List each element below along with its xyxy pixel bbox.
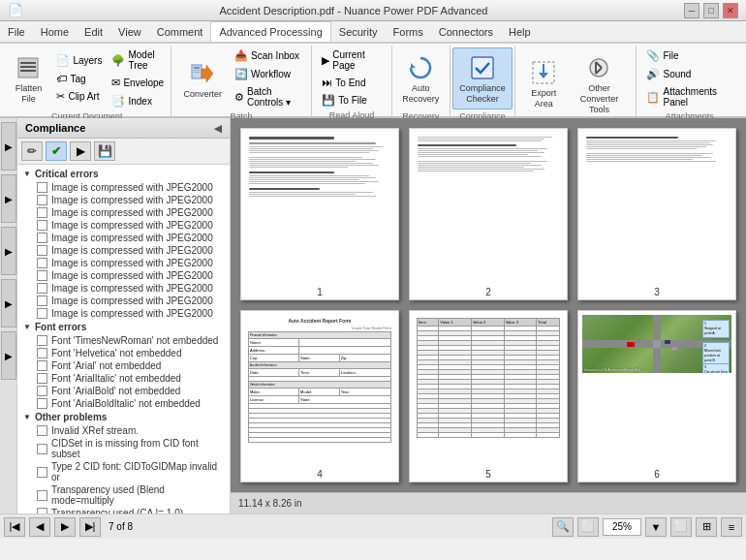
tag-button[interactable]: 🏷 Tag	[52, 71, 106, 86]
pdf-page-3[interactable]: 3	[577, 128, 736, 300]
last-page-button[interactable]: ▶|	[79, 517, 101, 537]
next-page-button[interactable]: ▶	[54, 517, 76, 537]
checkbox[interactable]	[37, 245, 47, 256]
checkbox[interactable]	[37, 283, 47, 294]
list-item: Font 'ArialBold' not embedded	[17, 385, 230, 397]
list-item: Image is compressed with JPEG2000	[17, 206, 230, 219]
checkbox[interactable]	[37, 508, 47, 513]
icon-strip-btn-3[interactable]: ▶	[1, 227, 16, 275]
checkbox[interactable]	[37, 258, 47, 268]
auto-recovery-button[interactable]: AutoRecovery	[395, 47, 446, 109]
compliance-tool-check[interactable]: ✔	[46, 141, 67, 161]
checkbox[interactable]	[37, 360, 47, 371]
checkbox[interactable]	[37, 373, 47, 384]
menu-advanced-processing[interactable]: Advanced Processing	[210, 21, 330, 42]
menu-connectors[interactable]: Connectors	[431, 21, 501, 42]
current-page-button[interactable]: ▶ Current Page	[318, 47, 386, 73]
sidebar-collapse-button[interactable]: ◀	[214, 123, 222, 134]
checkbox[interactable]	[37, 467, 47, 478]
checkbox[interactable]	[37, 207, 47, 218]
list-item: Font 'ArialBoldItalic' not embedded	[17, 397, 230, 410]
maximize-button[interactable]: □	[703, 3, 719, 18]
sound-button[interactable]: 🔊 Sound	[642, 66, 695, 82]
zoom-out-button[interactable]: 🔍	[552, 517, 574, 537]
zoom-to-fit-button[interactable]: ⬜	[577, 517, 599, 537]
menu-view[interactable]: View	[110, 21, 149, 42]
pdf-page-4[interactable]: Auto Accident Report Form Insert Your Na…	[240, 310, 399, 482]
zoom-in-button[interactable]: ▼	[645, 517, 667, 537]
checkbox[interactable]	[37, 270, 47, 281]
file-attachment-button[interactable]: 📎 File	[642, 47, 682, 64]
icon-strip-btn-4[interactable]: ▶	[1, 279, 16, 327]
checkbox[interactable]	[37, 386, 47, 396]
minimize-button[interactable]: ─	[684, 3, 699, 18]
list-item: Image is compressed with JPEG2000	[17, 269, 230, 282]
model-tree-button[interactable]: 🌳 Model Tree	[108, 47, 168, 73]
menu-file[interactable]: File	[0, 21, 33, 42]
checkbox[interactable]	[37, 308, 47, 319]
layers-button[interactable]: 📄 Layers	[52, 52, 106, 69]
view-mode-button-2[interactable]: ⊞	[696, 517, 717, 537]
pdf-pages-grid[interactable]: 1	[231, 118, 746, 492]
pdf-page-6[interactable]: 1 Stopped at point A. 2 Moved into posit…	[577, 310, 736, 482]
page-2-number: 2	[485, 285, 491, 299]
list-item: Font 'Helvetica' not embedded	[17, 347, 230, 359]
first-page-button[interactable]: |◀	[4, 517, 25, 537]
compliance-tool-save[interactable]: 💾	[94, 141, 115, 161]
index-button[interactable]: 📑 Index	[108, 93, 168, 109]
menu-home[interactable]: Home	[33, 21, 77, 42]
checkbox[interactable]	[37, 195, 47, 205]
flatten-file-button[interactable]: FlattenFile	[6, 47, 50, 109]
pdf-page-5[interactable]: ItemValue 1Value 2Value 3Total	[409, 310, 568, 482]
compliance-tool-pencil[interactable]: ✏	[21, 141, 43, 161]
clip-art-button[interactable]: ✂ Clip Art	[52, 88, 106, 105]
checkbox[interactable]	[37, 335, 47, 346]
scroll-mode-button[interactable]: ≡	[721, 517, 742, 537]
other-problems-title: Other problems	[35, 412, 107, 422]
menu-forms[interactable]: Forms	[386, 21, 431, 42]
checkbox[interactable]	[37, 220, 47, 231]
scan-inbox-label: Scan Inbox	[251, 50, 299, 61]
converter-button[interactable]: Converter	[177, 53, 230, 105]
compliance-tool-play[interactable]: ▶	[70, 141, 91, 161]
to-file-button[interactable]: 💾 To File	[318, 92, 370, 109]
close-button[interactable]: ✕	[723, 3, 738, 18]
checkbox[interactable]	[37, 182, 47, 193]
menu-comment[interactable]: Comment	[149, 21, 211, 42]
icon-strip-btn-1[interactable]: ▶	[1, 122, 16, 171]
export-area-button[interactable]: ExportArea	[521, 52, 566, 114]
to-end-button[interactable]: ⏭ To End	[318, 75, 369, 90]
pdf-page-1[interactable]: 1	[240, 128, 399, 300]
checkbox[interactable]	[37, 444, 47, 454]
index-icon: 📑	[111, 95, 125, 108]
menu-security[interactable]: Security	[331, 21, 386, 42]
scan-inbox-button[interactable]: 📥 Scan Inbox	[231, 47, 305, 64]
critical-errors-header[interactable]: ▼ Critical errors	[17, 167, 230, 181]
checkbox[interactable]	[37, 296, 47, 306]
compliance-checker-button[interactable]: ComplianceChecker	[452, 47, 513, 109]
compliance-panel-header: Compliance ◀	[17, 118, 230, 139]
to-end-label: To End	[335, 78, 365, 88]
prev-page-button[interactable]: ◀	[29, 517, 50, 537]
envelope-button[interactable]: ✉ Envelope	[108, 75, 168, 91]
font-errors-header[interactable]: ▼ Font errors	[17, 320, 230, 334]
checkbox[interactable]	[37, 425, 47, 436]
batch-controls-button[interactable]: ⚙ Batch Controls ▾	[231, 84, 305, 109]
other-problems-header[interactable]: ▼ Other problems	[17, 410, 230, 424]
layers-icon: 📄	[56, 54, 70, 67]
attachments-panel-button[interactable]: 📋 Attachments Panel	[642, 84, 736, 109]
other-converter-tools-button[interactable]: Other ConverterTools	[568, 47, 630, 119]
checkbox[interactable]	[37, 490, 47, 501]
checkbox[interactable]	[37, 348, 47, 358]
pdf-page-2[interactable]: 2	[409, 128, 568, 300]
checkbox[interactable]	[37, 398, 47, 409]
checkbox[interactable]	[37, 233, 47, 243]
view-mode-button-1[interactable]: ⬜	[670, 517, 692, 537]
icon-strip-btn-5[interactable]: ▶	[1, 331, 16, 380]
zoom-input[interactable]: 25%	[603, 518, 641, 536]
menu-help[interactable]: Help	[501, 21, 539, 42]
workflow-button[interactable]: 🔄 Workflow	[231, 66, 305, 82]
ribbon-group-current-document: FlattenFile 📄 Layers 🏷 Tag ✂ Clip Art	[4, 46, 171, 116]
icon-strip-btn-2[interactable]: ▶	[1, 174, 16, 223]
menu-edit[interactable]: Edit	[77, 21, 110, 42]
